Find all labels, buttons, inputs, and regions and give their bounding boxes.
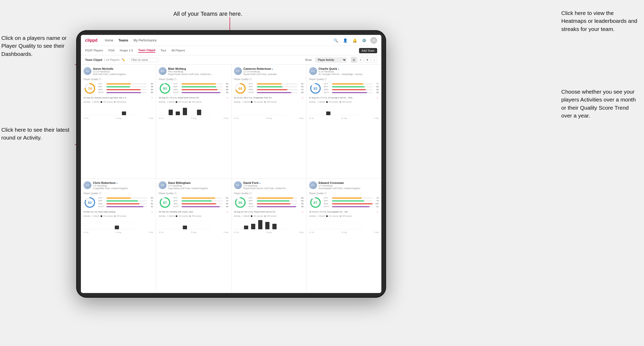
- quality-circle-container[interactable]: 87: [309, 196, 322, 209]
- stat-app-value: 74: [223, 200, 228, 202]
- stat-arg-value: 85: [223, 203, 228, 205]
- latest-round[interactable]: 02 Jul 23 | 59 (+17), Craigmillar Park G…: [234, 96, 304, 99]
- stat-putt-value: 91: [148, 205, 153, 208]
- stat-ott-value: 61: [298, 83, 304, 85]
- quality-circle-container[interactable]: 74: [84, 82, 96, 95]
- latest-round[interactable]: 03 Mar 23 | 19, Must make putting →: [84, 210, 153, 213]
- latest-round[interactable]: 07 Aug 23 | 77 (+7), St George's Hill GC…: [309, 96, 379, 99]
- quality-circle-container[interactable]: 83: [309, 82, 322, 95]
- quality-section[interactable]: 87 OTT 73 APP 79: [309, 196, 379, 209]
- stat-ott-bar-container: [181, 83, 222, 84]
- player-handicap: 1-5 Handicap: [319, 184, 379, 187]
- stat-ott-value: 89: [298, 197, 304, 199]
- player-card[interactable]: CR Chris Robertson ● 1-5 Handicap Craigm…: [81, 179, 156, 292]
- player-handicap: 11-15 Handicap: [243, 70, 304, 73]
- player-club: Royal North Devon Golf Club, United Kin.…: [168, 73, 228, 76]
- quality-section[interactable]: 83 OTT 77 APP 80: [309, 82, 379, 95]
- stat-putt-value: 94: [223, 205, 228, 208]
- quality-label: Player Quality ⓘ: [234, 78, 304, 81]
- quality-section[interactable]: 82 OTT 60 APP 77: [84, 196, 153, 209]
- nav-link-home[interactable]: Home: [105, 39, 113, 42]
- stat-app-label: APP: [324, 200, 331, 202]
- stat-arg-bar: [257, 89, 287, 90]
- nav-link-performance[interactable]: My Performance: [133, 39, 157, 42]
- player-card[interactable]: AN Aaron Nicholls 11-15 Handicap Drift G…: [81, 65, 156, 178]
- player-name[interactable]: Cameron Robertson ●: [243, 67, 304, 70]
- quality-stats: OTT 89 APP 80 ARG: [249, 197, 304, 208]
- player-card[interactable]: CR Cameron Robertson ● 11-15 Handicap Ro…: [231, 65, 306, 178]
- quality-circle-container[interactable]: 82: [84, 196, 96, 209]
- search-icon[interactable]: 🔍: [333, 37, 339, 44]
- quality-section[interactable]: 93 OTT 84 APP 85: [159, 82, 228, 95]
- sort-icon[interactable]: ↕: [371, 57, 377, 63]
- player-name[interactable]: Charlie Quick ●: [319, 67, 379, 70]
- stat-arg-bar: [106, 203, 139, 204]
- stat-putt-bar: [106, 206, 143, 207]
- quality-section[interactable]: 85 OTT 89 APP 80: [234, 196, 304, 209]
- player-name[interactable]: Edward Crossman: [319, 181, 379, 184]
- nav-logo: clippd: [85, 38, 97, 43]
- player-name[interactable]: Dave Billingham: [168, 181, 228, 184]
- profile-icon[interactable]: 👤: [342, 37, 348, 44]
- avatar[interactable]: JD: [370, 37, 377, 44]
- chart-date-mid: 21 Aug: [191, 117, 196, 119]
- nav-bar: clippd Home Teams My Performance 🔍 👤 🔔 ⚙…: [81, 35, 381, 46]
- player-name[interactable]: David Ford ●: [243, 181, 304, 184]
- chart-date-start: 31 Jul: [234, 231, 239, 233]
- stat-ott-row: OTT 60: [98, 83, 153, 85]
- quality-label: Player Quality ⓘ: [159, 192, 228, 195]
- stat-arg-label: ARG: [98, 88, 106, 91]
- player-info: Cameron Robertson ● 11-15 Handicap Royal…: [243, 67, 304, 76]
- quality-circle-container[interactable]: 93: [159, 82, 171, 95]
- tab-hcaps[interactable]: Hcaps 1-5: [120, 49, 133, 52]
- player-name[interactable]: Blair McHarg: [168, 67, 228, 70]
- bell-icon[interactable]: 🔔: [351, 37, 358, 44]
- stat-ott-label: OTT: [249, 83, 256, 85]
- stat-arg-value: 88: [223, 88, 228, 91]
- tab-team-clippd[interactable]: Team Clippd: [138, 49, 155, 53]
- tab-tour[interactable]: Tour: [160, 49, 166, 52]
- tab-pgat[interactable]: PGAT Players: [85, 49, 103, 52]
- quality-section[interactable]: 74 OTT 60 APP 58: [84, 82, 153, 95]
- latest-round[interactable]: 02 Sep 23 | Sunset round to get back int…: [84, 96, 153, 99]
- list-view-icon[interactable]: ≡: [358, 57, 363, 63]
- player-card[interactable]: CQ Charlie Quick ● 6-10 Handicap St. Geo…: [307, 65, 381, 178]
- stat-ott-row: OTT 89: [249, 197, 304, 199]
- stat-ott-label: OTT: [173, 83, 181, 85]
- grid-view-icon[interactable]: ⊞: [351, 57, 357, 63]
- quality-circle-container[interactable]: 85: [234, 196, 247, 209]
- off-course-legend-text: Off course: [267, 101, 277, 103]
- show-select[interactable]: Player Activity Quality Score Trend: [315, 57, 347, 62]
- stat-app-label: APP: [98, 200, 106, 202]
- quality-circle-container[interactable]: 68: [234, 82, 247, 95]
- player-card[interactable]: BM Blair McHarg Plus Handicap Royal Nort…: [156, 65, 231, 178]
- latest-round[interactable]: 26 Aug 23 | 84 (+12), Royal North Devon …: [234, 210, 304, 213]
- player-card[interactable]: DB Dave Billingham 1-5 Handicap Sag Main…: [156, 179, 231, 292]
- stat-putt-row: PUTT 86: [324, 91, 379, 94]
- quality-circle-container[interactable]: 87: [159, 196, 171, 209]
- settings-icon[interactable]: ⚙️: [361, 37, 367, 44]
- quality-section[interactable]: 87 OTT 82 APP 74: [159, 196, 228, 209]
- latest-round[interactable]: 26 Aug 23 | 73 (+1), Royal North Devon G…: [159, 96, 228, 99]
- latest-round[interactable]: 18 Jul 23 | 74 (+4), Sunningdale GC - Ol…: [309, 210, 379, 213]
- add-team-button[interactable]: Add Team: [359, 48, 377, 53]
- tab-pga[interactable]: PGA: [108, 49, 115, 52]
- latest-round[interactable]: 04 Sep 23 | Mobility with coach, Gym →: [159, 210, 228, 213]
- player-card[interactable]: DF David Ford ● 1-5 Handicap Royal North…: [231, 179, 306, 292]
- quality-section[interactable]: 68 OTT 61 APP 63: [234, 82, 304, 95]
- player-card[interactable]: EC Edward Crossman 1-5 Handicap Sunningd…: [307, 179, 381, 292]
- filter-icon[interactable]: ▼: [365, 57, 370, 63]
- stat-putt-bar: [332, 92, 367, 93]
- on-course-legend: [326, 215, 328, 217]
- activity-section: Activity · 1 Month On course Off course …: [234, 215, 304, 233]
- edit-icon[interactable]: ✏️: [122, 58, 125, 62]
- activity-label: Activity · 1 Month On course Off course: [234, 101, 304, 103]
- player-name[interactable]: Chris Robertson ●: [93, 181, 153, 184]
- svg-rect-84: [265, 222, 269, 229]
- stat-app-value: 80: [373, 86, 379, 88]
- sub-nav: PGAT Players PGA Hcaps 1-5 Team Clippd T…: [81, 46, 381, 55]
- player-name[interactable]: Aaron Nicholls: [93, 67, 153, 70]
- tab-all-players[interactable]: All Players: [172, 49, 185, 52]
- filter-input[interactable]: [129, 58, 158, 62]
- nav-link-teams[interactable]: Teams: [118, 39, 128, 42]
